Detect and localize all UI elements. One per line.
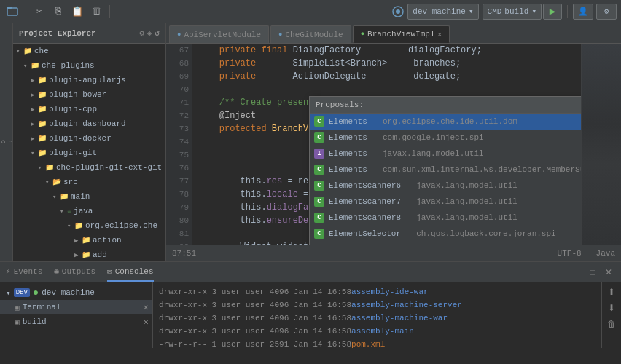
tree-item-che-plugin-git-ext-git[interactable]: ▾ 📁 che-plugin-git-ext-git (13, 160, 165, 175)
copy-icon[interactable]: ⎘ (50, 4, 66, 20)
consoles-icon: ✉ (107, 266, 112, 276)
console-line-3: drwxr-xr-x 3 user user 4096 Jan 14 16:58… (159, 325, 595, 338)
ac-badge-c-4: C (314, 181, 324, 191)
ac-item-5[interactable]: C ElementScanner7 - javax.lang.model.uti… (310, 194, 581, 210)
console-tree-terminal[interactable]: ▣ Terminal ✕ (0, 300, 152, 314)
console-controls: ⬆ ⬇ 🗑 (601, 282, 621, 348)
tab-che-git-module[interactable]: ● CheGitModule (270, 25, 351, 43)
tab-close-branch-view-impl[interactable]: ✕ (437, 31, 441, 39)
console-scroll-top-button[interactable]: ⬆ (605, 285, 618, 298)
run-config-dropdown[interactable]: dev-machine ▾ (407, 4, 478, 20)
tree-item-plugin-dashboard[interactable]: ▶ 📁 plugin-dashboard (13, 116, 165, 131)
tree-item-plugin-bower[interactable]: ▶ 📁 plugin-bower (13, 87, 165, 102)
ac-badge-c-7: C (314, 229, 324, 239)
tree-item-src[interactable]: ▾ 📂 src (13, 175, 165, 189)
header-icons: ⚙ ◈ ↺ (139, 28, 160, 38)
cmd-dropdown[interactable]: CMD build ▾ (483, 4, 542, 20)
events-icon: ⚡ (6, 266, 11, 276)
editor-tabs: ● ApiServletModule ● CheGitModule ● Bran… (166, 23, 621, 44)
ac-item-0[interactable]: C Elements - org.eclipse.che.ide.util.do… (310, 114, 581, 130)
svg-rect-0 (7, 8, 17, 15)
svg-rect-1 (7, 7, 12, 9)
project-tree: ▾ 📁 che ▾ 📁 che-plugins ▶ 📁 plugin-angul… (13, 44, 165, 261)
ac-item-7[interactable]: C ElementSelector - ch.qos.logback.core.… (310, 226, 581, 242)
sep1 (26, 5, 26, 18)
ac-item-1[interactable]: C Elements - com.google.inject.spi (310, 130, 581, 146)
tab-branch-view-impl[interactable]: ● BranchViewImpl ✕ (353, 25, 450, 43)
ac-item-4[interactable]: C ElementScanner6 - javax.lang.model.uti… (310, 178, 581, 194)
tree-item-che-plugins[interactable]: ▾ 📁 che-plugins (13, 58, 165, 73)
console-line-1: drwxr-xr-x 3 user user 4096 Jan 14 16:58… (159, 298, 595, 312)
profile-icon[interactable]: 👤 (573, 4, 593, 20)
cmd-value: build (504, 7, 528, 16)
run-config-name: dev-machine (413, 7, 466, 16)
tree-item-add[interactable]: ▶ 📁 add (13, 248, 165, 261)
console-tab-consoles[interactable]: ✉ Consoles (107, 262, 153, 282)
connection-status-dot: ● (33, 287, 39, 298)
machine-name: dev-machine (42, 288, 95, 297)
ac-item-6[interactable]: C ElementScanner8 - javax.lang.model.uti… (310, 210, 581, 226)
paste-icon[interactable]: 📋 (69, 4, 85, 20)
console-maximize-button[interactable]: □ (586, 266, 599, 279)
ac-badge-c-1: C (314, 132, 324, 143)
encoding: UTF-8 (558, 249, 582, 258)
autocomplete-header: Proposals: (310, 97, 581, 114)
code-line-69: private ActionDelegate delegate; (198, 70, 575, 83)
run-config-group: dev-machine ▾ CMD build ▾ ▶ (390, 4, 562, 20)
sep2 (109, 5, 110, 18)
console-line-4: -rw-r--r-- 1 user user 2591 Jan 14 16:58… (159, 338, 595, 348)
delete-icon[interactable]: 🗑 (88, 4, 104, 20)
run-config-icon (390, 4, 406, 20)
tree-item-plugin-git[interactable]: ▾ 📁 plugin-git (13, 146, 165, 160)
console-clear-button[interactable]: 🗑 (605, 317, 618, 331)
console-tree: ▾ DEV ● dev-machine ▣ Terminal ✕ ▣ build… (0, 282, 153, 348)
ac-item-3[interactable]: C Elements - com.sun.xml.internal.ws.dev… (310, 162, 581, 178)
dropdown-arrow: ▾ (469, 7, 474, 16)
tree-item-main[interactable]: ▾ 📁 main (13, 189, 165, 204)
console-tree-build[interactable]: ▣ build ✕ (0, 314, 152, 329)
console-tab-events[interactable]: ⚡ Events (6, 262, 42, 282)
autocomplete-popup[interactable]: Proposals: C Elements - org.eclipse.che.… (309, 96, 581, 245)
code-area[interactable]: private final DialogFactory dialogFactor… (192, 44, 581, 245)
outputs-icon: ◉ (54, 266, 59, 276)
cut-icon[interactable]: ✂ (31, 4, 47, 20)
ac-item-8[interactable]: I ElementSelector - org.w3c.css.sac (310, 242, 581, 245)
tree-item-plugin-cpp[interactable]: ▶ 📁 plugin-cpp (13, 102, 165, 116)
ac-badge-c-6: C (314, 213, 324, 223)
terminal-close-button[interactable]: ✕ (139, 301, 152, 314)
console-close-button[interactable]: ✕ (602, 266, 615, 279)
dev-badge: DEV (14, 288, 30, 297)
language: Java (596, 249, 615, 258)
ac-badge-c-3: C (314, 165, 324, 175)
svg-point-3 (396, 9, 400, 14)
tree-item-action[interactable]: ▶ 📁 action (13, 233, 165, 248)
cmd-arrow: ▾ (531, 7, 536, 16)
sidebar-handle[interactable]: Proj (0, 23, 13, 261)
project-icon[interactable] (4, 4, 20, 20)
code-line-67: private final DialogFactory dialogFactor… (198, 44, 575, 57)
settings-icon[interactable]: ⚙ (596, 4, 617, 20)
tab-api-servlet-module[interactable]: ● ApiServletModule (169, 25, 269, 43)
tree-item-plugin-docker[interactable]: ▶ 📁 plugin-docker (13, 131, 165, 146)
tree-item-org-eclipse-che[interactable]: ▾ 📁 org.eclipse.che (13, 218, 165, 233)
collapse-icon[interactable]: ◈ (147, 28, 152, 38)
terminal-icon: ▣ (15, 303, 20, 312)
console-tab-outputs[interactable]: ◉ Outputs (54, 262, 95, 282)
refresh-icon[interactable]: ↺ (155, 28, 160, 38)
cmd-label: CMD (488, 7, 502, 16)
sync-icon[interactable]: ⚙ (139, 28, 144, 38)
ac-badge-i-2: I (314, 149, 324, 159)
build-icon: ▣ (15, 317, 20, 327)
tree-item-plugin-angularjs[interactable]: ▶ 📁 plugin-angularjs (13, 73, 165, 87)
build-close-button[interactable]: ✕ (139, 315, 152, 328)
ac-item-2[interactable]: I Elements - javax.lang.model.util (310, 146, 581, 162)
cursor-position: 87:51 (172, 249, 196, 258)
tree-item-java[interactable]: ▾ ☕ java (13, 204, 165, 218)
console-tree-machine[interactable]: ▾ DEV ● dev-machine (0, 285, 152, 300)
console-output: drwxr-xr-x 3 user user 4096 Jan 14 16:58… (153, 282, 601, 348)
run-button[interactable]: ▶ (543, 4, 562, 20)
code-line-68: private SimpleList<Branch> branches; (198, 57, 575, 70)
tree-item-che[interactable]: ▾ 📁 che (13, 44, 165, 58)
project-header: Project Explorer ⚙ ◈ ↺ (13, 23, 165, 44)
console-scroll-down-button[interactable]: ⬇ (605, 301, 618, 314)
